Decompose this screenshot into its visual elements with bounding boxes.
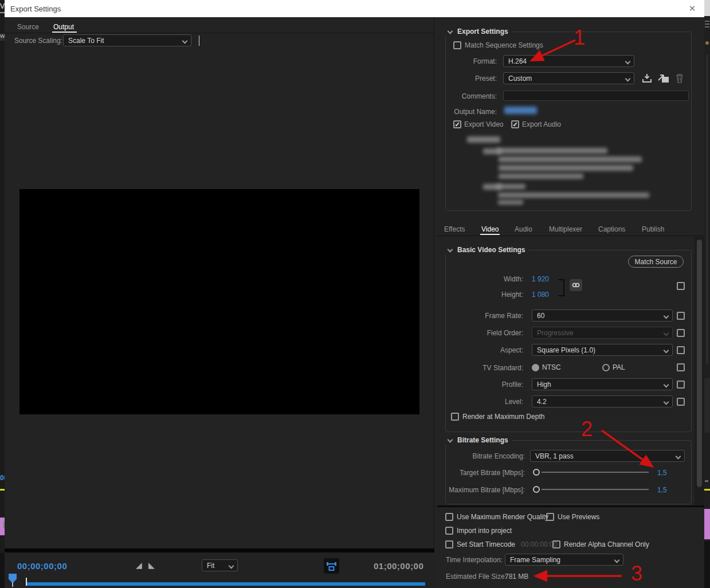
export-audio-row[interactable]: ✓ Export Audio	[511, 120, 561, 128]
level-dropdown[interactable]: 4.2	[532, 395, 673, 407]
underlying-app-right-edge	[704, 0, 710, 588]
target-bitrate-slider-track[interactable]	[542, 472, 649, 473]
source-scaling-dropdown[interactable]: Scale To Fit	[63, 34, 191, 46]
render-alpha-row[interactable]: Render Alpha Channel Only	[552, 540, 649, 548]
tab-audio[interactable]: Audio	[515, 225, 532, 233]
zoom-level-dropdown[interactable]: Fit	[202, 559, 238, 571]
match-sequence-row[interactable]: Match Sequence Settings	[453, 41, 543, 49]
import-into-project-row[interactable]: Import into project	[445, 527, 512, 535]
dialog-titlebar[interactable]: Export Settings ✕	[5, 0, 704, 17]
tab-video-underline	[480, 234, 500, 235]
render-max-depth-row[interactable]: Render at Maximum Depth	[451, 413, 544, 421]
ntsc-radio[interactable]	[532, 364, 539, 371]
crop-output-button[interactable]	[324, 558, 339, 574]
pal-radio[interactable]	[602, 364, 610, 371]
tab-captions[interactable]: Captions	[598, 225, 625, 233]
target-bitrate-slider-knob[interactable]	[533, 469, 540, 476]
basic-video-settings-header[interactable]: Basic Video Settings	[445, 245, 528, 254]
width-label: Width:	[430, 275, 523, 283]
ntsc-radio-row[interactable]: NTSC	[532, 363, 561, 371]
tab-source[interactable]: Source	[17, 23, 39, 31]
check-icon: ✓	[454, 121, 460, 127]
use-previews-row[interactable]: Use Previews	[546, 513, 599, 521]
tab-effects[interactable]: Effects	[444, 225, 465, 233]
frame-rate-dropdown[interactable]: 60	[532, 309, 673, 322]
chevron-down-icon	[229, 563, 234, 569]
match-source-button[interactable]: Match Source	[628, 256, 684, 268]
playhead-stem	[12, 582, 13, 587]
output-name-label: Output Name:	[399, 108, 497, 116]
use-previews-checkbox[interactable]	[546, 513, 554, 521]
link-dimensions-button[interactable]	[570, 279, 582, 291]
underlying-panel-bottom	[704, 541, 710, 588]
target-bitrate-value[interactable]: 1,5	[657, 469, 667, 477]
current-timecode[interactable]: 00;00;00;00	[17, 561, 67, 571]
export-settings-header[interactable]: Export Settings	[445, 27, 512, 36]
bitrate-encoding-dropdown[interactable]: VBR, 1 pass	[530, 450, 685, 462]
tv-standard-option-checkbox[interactable]	[677, 363, 685, 371]
output-name-link-redacted[interactable]	[504, 107, 537, 114]
chevron-down-icon	[625, 76, 631, 82]
time-interpolation-label: Time Interpolation:	[446, 556, 503, 564]
tab-publish[interactable]: Publish	[642, 225, 664, 233]
chevron-down-icon	[664, 382, 669, 388]
preset-label: Preset:	[399, 75, 497, 83]
width-value[interactable]: 1 920	[532, 275, 549, 283]
panel-splitter-handle[interactable]	[199, 36, 199, 46]
format-dropdown[interactable]: H.264	[503, 55, 634, 67]
bitrate-encoding-label: Bitrate Encoding:	[424, 452, 525, 460]
delete-preset-button[interactable]	[675, 73, 684, 84]
maximum-bitrate-slider-knob[interactable]	[533, 486, 540, 493]
tab-output[interactable]: Output	[53, 23, 74, 31]
trim-range-bar[interactable]	[27, 582, 425, 586]
use-max-render-quality-checkbox[interactable]	[445, 513, 453, 521]
profile-label: Profile:	[430, 381, 523, 389]
maximum-bitrate-slider-track[interactable]	[542, 489, 649, 490]
field-order-option-checkbox[interactable]	[677, 329, 685, 337]
frame-rate-option-checkbox[interactable]	[677, 312, 685, 320]
underlying-pink-clip	[0, 518, 5, 535]
annotation-number-1: 1	[574, 26, 585, 50]
match-sequence-checkbox[interactable]	[453, 41, 461, 49]
level-label: Level:	[430, 398, 523, 406]
chevron-down-icon	[625, 59, 631, 65]
set-in-point-button[interactable]: ◢	[136, 560, 142, 570]
import-preset-button[interactable]	[658, 73, 669, 83]
chevron-down-icon	[676, 454, 681, 460]
set-start-timecode-checkbox[interactable]	[445, 540, 453, 548]
export-audio-checkbox[interactable]: ✓	[511, 120, 519, 128]
close-icon[interactable]: ✕	[685, 2, 700, 15]
render-alpha-checkbox[interactable]	[552, 540, 560, 548]
use-max-render-quality-row[interactable]: Use Maximum Render Quality	[445, 513, 548, 521]
profile-option-checkbox[interactable]	[677, 381, 685, 389]
underlying-panel-fragment	[704, 378, 710, 433]
footer-separator	[437, 505, 704, 507]
aspect-option-checkbox[interactable]	[677, 346, 685, 354]
comments-input[interactable]	[503, 91, 689, 101]
maximum-bitrate-value[interactable]: 1,5	[657, 486, 667, 494]
aspect-dropdown[interactable]: Square Pixels (1.0)	[532, 344, 673, 356]
target-bitrate-label: Target Bitrate [Mbps]:	[424, 469, 525, 477]
bitrate-settings-header[interactable]: Bitrate Settings	[445, 436, 512, 444]
time-interpolation-dropdown[interactable]: Frame Sampling	[505, 554, 623, 566]
chevron-down-icon	[664, 399, 669, 405]
set-start-timecode-row[interactable]: Set Start Timecode 00:00:00:00	[445, 540, 557, 548]
aspect-label: Aspect:	[430, 346, 523, 354]
render-max-depth-checkbox[interactable]	[451, 413, 459, 421]
tab-multiplexer[interactable]: Multiplexer	[549, 225, 582, 233]
settings-scrollbar-thumb[interactable]	[697, 240, 702, 487]
preset-dropdown[interactable]: Custom	[503, 72, 634, 84]
profile-dropdown[interactable]: High	[532, 378, 673, 390]
tab-video[interactable]: Video	[481, 225, 499, 233]
height-value[interactable]: 1 080	[532, 291, 549, 299]
import-into-project-checkbox[interactable]	[445, 527, 453, 535]
set-out-point-button[interactable]: ◣	[148, 560, 155, 570]
width-height-option-checkbox[interactable]	[677, 282, 685, 290]
export-video-checkbox[interactable]: ✓	[453, 120, 461, 128]
export-video-row[interactable]: ✓ Export Video	[453, 120, 504, 128]
pal-radio-row[interactable]: PAL	[602, 363, 625, 371]
save-preset-button[interactable]	[642, 73, 652, 83]
chevron-down-icon	[448, 29, 453, 34]
level-option-checkbox[interactable]	[677, 398, 685, 406]
underlying-scrollbar-fragment	[706, 54, 708, 364]
